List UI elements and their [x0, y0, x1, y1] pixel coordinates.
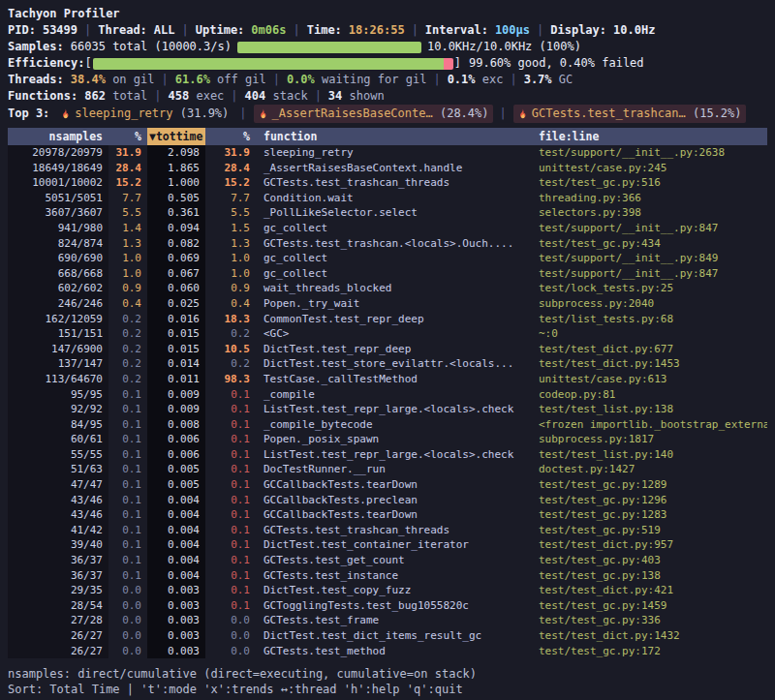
- interval-value: 100μs: [495, 22, 530, 39]
- file-line-column-header[interactable]: file:line: [531, 128, 767, 145]
- cumulative-percent-cell: 0.2: [205, 356, 256, 372]
- table-row: 41/420.10.0040.1GCTests.test_trashcan_th…: [8, 523, 767, 538]
- cumulative-percent-cell: 0.1: [205, 523, 256, 538]
- function-stat-label: shown: [342, 89, 384, 103]
- nsamples-cell: 668/668: [8, 266, 108, 282]
- function-cell: TestCase._callTestMethod: [256, 372, 531, 387]
- direct-percent-cell: 0.2: [108, 312, 147, 327]
- tottime-cell: 0.505: [147, 191, 205, 206]
- cumulative-percent-cell: 0.1: [205, 493, 256, 508]
- function-cell: wait_threads_blocked: [256, 281, 531, 296]
- direct-percent-cell: 0.2: [108, 372, 147, 387]
- separator: |: [231, 88, 237, 105]
- direct-percent-cell: 0.1: [108, 537, 147, 553]
- direct-percent-cell: 1.0: [108, 251, 147, 266]
- pid-label: PID:: [8, 22, 36, 39]
- thread-value[interactable]: ALL: [154, 22, 175, 39]
- file-line-cell: test/test_gc.py:519: [531, 523, 767, 538]
- table-row: 28/540.00.0030.1GCTogglingTests.test_bug…: [8, 598, 767, 614]
- time-value: 18:26:55: [349, 22, 405, 39]
- tottime-cell: 0.069: [147, 251, 205, 266]
- separator: |: [433, 72, 440, 88]
- thread-stat-value: 61.6%: [175, 73, 210, 86]
- table-row: 246/2460.40.0250.4Popen._try_waitsubproc…: [8, 296, 767, 312]
- file-line-cell: <frozen importlib._bootstrap_external: [531, 417, 767, 433]
- table-row: 10001/1000215.21.00015.2GCTests.test_tra…: [8, 175, 767, 191]
- nsamples-cell: 151/151: [8, 326, 108, 342]
- top3-percent: (28.4%): [433, 106, 489, 122]
- table-row: 602/6020.90.0600.9wait_threads_blockedte…: [8, 281, 767, 296]
- table-row: 162/120590.20.01618.3CommonTest.test_rep…: [8, 312, 767, 327]
- direct-percent-column-header[interactable]: %: [108, 128, 147, 145]
- function-column-header[interactable]: function: [256, 128, 531, 145]
- nsamples-cell: 43/46: [8, 507, 108, 523]
- cumulative-percent-cell: 1.5: [205, 221, 256, 236]
- file-line-cell: test/test_gc.py:336: [531, 613, 767, 628]
- direct-percent-cell: 28.4: [108, 161, 147, 176]
- direct-percent-cell: 0.2: [108, 326, 147, 342]
- tottime-cell: 0.006: [147, 432, 205, 447]
- fire-icon: [258, 107, 268, 120]
- top3-function-name: GCTests.test_trashcan…: [532, 106, 686, 122]
- file-line-cell: test/support/__init__.py:847: [531, 266, 767, 282]
- file-line-cell: selectors.py:398: [531, 205, 767, 221]
- tottime-cell: 0.006: [147, 447, 205, 463]
- efficiency-good-fill: [93, 58, 444, 70]
- tottime-cell: 0.014: [147, 356, 205, 372]
- cumulative-percent-cell: 0.1: [205, 432, 256, 447]
- functions-label: Functions:: [8, 88, 78, 105]
- table-row: 95/950.10.0090.1_compilecodeop.py:81: [8, 387, 767, 403]
- tottime-cell: 0.015: [147, 342, 205, 357]
- nsamples-cell: 162/12059: [8, 312, 108, 327]
- table-row: 824/8741.30.0821.3GCTests.test_trashcan.…: [8, 236, 767, 252]
- samples-label: Samples:: [8, 39, 64, 55]
- nsamples-cell: 18649/18649: [8, 161, 108, 176]
- separator: |: [273, 72, 280, 88]
- function-cell: GCTests.test_get_count: [256, 553, 531, 568]
- function-cell: Popen._posix_spawn: [256, 432, 531, 447]
- function-cell: GCTests.test_method: [256, 644, 531, 659]
- file-line-cell: codeop.py:81: [531, 387, 767, 403]
- bracket-close: ]: [454, 55, 461, 72]
- efficiency-line: Efficiency: [ ] 99.60% good, 0.40% faile…: [8, 55, 767, 72]
- cumulative-percent-column-header[interactable]: %: [205, 128, 256, 145]
- function-cell: CommonTest.test_repr_deep: [256, 312, 531, 327]
- function-cell: GCTests.test_trashcan_threads: [256, 523, 531, 538]
- function-cell: GCTests.test_frame: [256, 613, 531, 628]
- tottime-cell: 0.094: [147, 221, 205, 236]
- cumulative-percent-cell: 31.9: [205, 145, 256, 161]
- file-line-cell: test/test_dict.py:1432: [531, 628, 767, 644]
- nsamples-cell: 92/92: [8, 402, 108, 417]
- nsamples-cell: 246/246: [8, 296, 108, 312]
- tottime-cell: 0.003: [147, 583, 205, 598]
- tottime-cell: 0.009: [147, 387, 205, 403]
- table-row: 690/6901.00.0691.0gc_collecttest/support…: [8, 251, 767, 266]
- cumulative-percent-cell: 0.1: [205, 507, 256, 523]
- cumulative-percent-cell: 0.2: [205, 326, 256, 342]
- cumulative-percent-cell: 5.5: [205, 205, 256, 221]
- nsamples-cell: 941/980: [8, 221, 108, 236]
- direct-percent-cell: 0.0: [108, 644, 147, 659]
- nsamples-column-header[interactable]: nsamples: [8, 128, 108, 145]
- function-stat-value: 34: [328, 89, 342, 103]
- separator: |: [315, 88, 322, 105]
- nsamples-cell: 602/602: [8, 281, 108, 296]
- file-line-cell: test/list_tests.py:68: [531, 312, 767, 327]
- file-line-cell: test/test_gc.py:1296: [531, 493, 767, 508]
- bracket-open: [: [84, 55, 91, 72]
- tottime-cell: 1.000: [147, 175, 205, 191]
- function-stat-label: stack: [265, 89, 307, 103]
- function-cell: Condition.wait: [256, 191, 531, 206]
- direct-percent-cell: 1.4: [108, 221, 147, 236]
- file-line-cell: test/test_dict.py:957: [531, 537, 767, 553]
- table-row: 151/1510.20.0150.2<GC>~:0: [8, 326, 767, 342]
- tottime-cell: 0.361: [147, 205, 205, 221]
- tottime-sort-column-header[interactable]: ▼tottime: [147, 128, 205, 145]
- table-row: 39/400.10.0040.1DictTest.test_container_…: [8, 537, 767, 553]
- direct-percent-cell: 0.0: [108, 613, 147, 628]
- thread-stat-value: 3.7%: [524, 73, 552, 86]
- thread-stat-label: off gil: [210, 73, 266, 86]
- function-stat-value: 862: [84, 89, 106, 103]
- efficiency-label: Efficiency:: [8, 55, 84, 72]
- nsamples-cell: 51/63: [8, 462, 108, 477]
